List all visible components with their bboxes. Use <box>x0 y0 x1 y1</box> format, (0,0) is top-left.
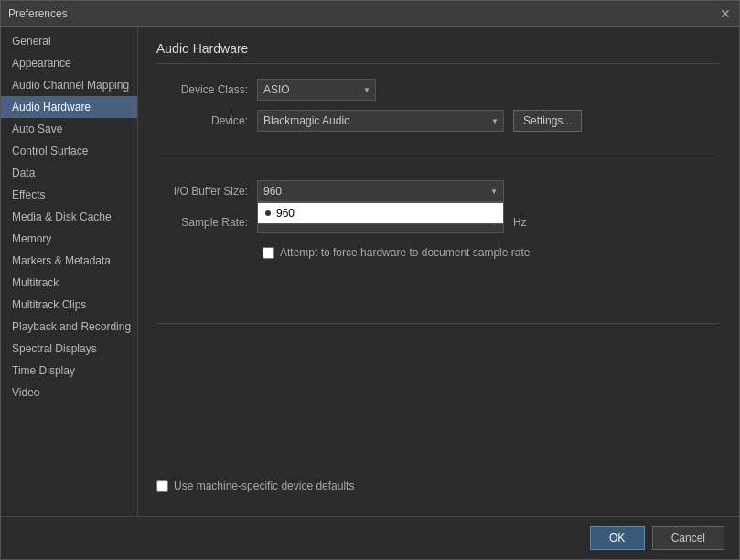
sidebar-item-data[interactable]: Data <box>1 162 137 184</box>
buffer-size-value: 960 <box>263 185 282 198</box>
sidebar-item-effects[interactable]: Effects <box>1 184 137 206</box>
sidebar-item-audio-hardware[interactable]: Audio Hardware <box>1 96 137 118</box>
sidebar-item-auto-save[interactable]: Auto Save <box>1 118 137 140</box>
cancel-button[interactable]: Cancel <box>652 526 724 550</box>
buffer-size-label: I/O Buffer Size: <box>156 185 248 198</box>
buffer-size-row: I/O Buffer Size: 960 960 <box>156 180 721 202</box>
sidebar-item-spectral-displays[interactable]: Spectral Displays <box>1 338 137 360</box>
sidebar-item-multitrack[interactable]: Multitrack <box>1 272 137 294</box>
machine-defaults-label: Use machine-specific device defaults <box>174 479 354 492</box>
sidebar-item-memory[interactable]: Memory <box>1 228 137 250</box>
form-section: Device Class: ASIO Device: Blackmagic Au… <box>156 79 721 339</box>
section-title: Audio Hardware <box>156 41 721 64</box>
sidebar-item-media-disk-cache[interactable]: Media & Disk Cache <box>1 206 137 228</box>
ok-button[interactable]: OK <box>590 526 645 550</box>
buffer-size-list: 960 <box>257 202 504 224</box>
buffer-size-trigger[interactable]: 960 <box>257 180 504 202</box>
sidebar-item-video[interactable]: Video <box>1 382 137 404</box>
separator-1 <box>156 156 721 156</box>
device-select-wrapper: Blackmagic Audio <box>257 110 504 132</box>
sidebar-item-audio-channel-mapping[interactable]: Audio Channel Mapping <box>1 74 137 96</box>
option-text: 960 <box>276 207 295 220</box>
settings-button[interactable]: Settings... <box>513 110 582 132</box>
sidebar-item-control-surface[interactable]: Control Surface <box>1 140 137 162</box>
sidebar: General Appearance Audio Channel Mapping… <box>1 27 138 516</box>
device-class-row: Device Class: ASIO <box>156 79 721 101</box>
device-label: Device: <box>156 114 248 127</box>
machine-defaults-checkbox[interactable] <box>156 480 168 492</box>
device-class-label: Device Class: <box>156 83 248 96</box>
sidebar-item-playback-recording[interactable]: Playback and Recording <box>1 316 137 338</box>
force-sample-rate-row: Attempt to force hardware to document sa… <box>263 246 721 259</box>
titlebar: Preferences ✕ <box>1 1 739 27</box>
sidebar-item-appearance[interactable]: Appearance <box>1 52 137 74</box>
dialog-title: Preferences <box>8 7 68 20</box>
buffer-size-dropdown: 960 960 <box>257 180 504 202</box>
force-sample-rate-label: Attempt to force hardware to document sa… <box>280 246 530 259</box>
sidebar-item-markers-metadata[interactable]: Markers & Metadata <box>1 250 137 272</box>
preferences-dialog: Preferences ✕ General Appearance Audio C… <box>0 0 740 560</box>
hz-label: Hz <box>513 216 527 229</box>
sidebar-item-multitrack-clips[interactable]: Multitrack Clips <box>1 294 137 316</box>
main-content: General Appearance Audio Channel Mapping… <box>1 27 739 516</box>
spacer <box>156 339 721 470</box>
sidebar-item-general[interactable]: General <box>1 30 137 52</box>
machine-defaults-row: Use machine-specific device defaults <box>156 470 721 492</box>
force-sample-rate-checkbox[interactable] <box>263 247 274 259</box>
option-dot <box>265 210 271 216</box>
device-row: Device: Blackmagic Audio Settings... <box>156 110 721 132</box>
close-button[interactable]: ✕ <box>719 7 732 20</box>
sidebar-item-time-display[interactable]: Time Display <box>1 360 137 382</box>
buffer-option-960[interactable]: 960 <box>258 203 503 223</box>
content-area: Audio Hardware Device Class: ASIO Device… <box>138 27 739 516</box>
footer: OK Cancel <box>1 516 739 559</box>
sample-rate-label: Sample Rate: <box>156 216 248 229</box>
device-select[interactable]: Blackmagic Audio <box>257 110 504 132</box>
device-class-select-wrapper: ASIO <box>257 79 376 101</box>
device-class-select[interactable]: ASIO <box>257 79 376 101</box>
separator-2 <box>156 323 721 324</box>
